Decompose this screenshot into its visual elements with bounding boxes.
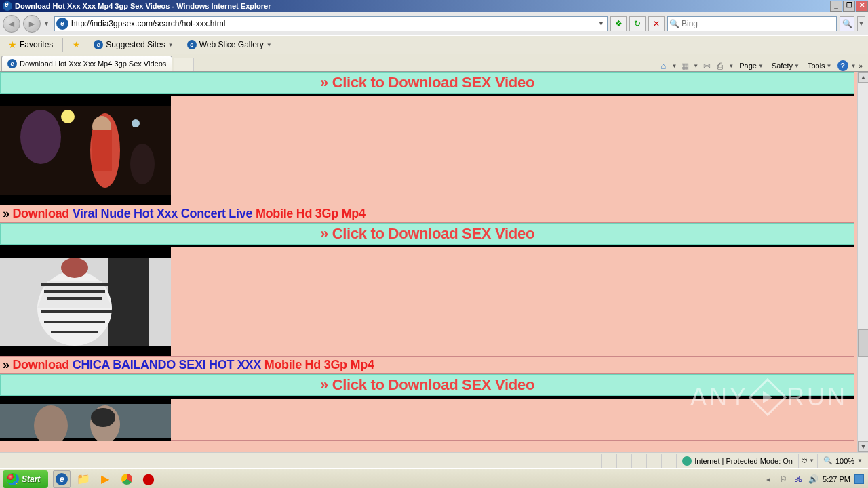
svg-rect-11 xyxy=(108,258,149,346)
taskbar-ie-button[interactable]: e xyxy=(53,470,71,488)
zone-label: Internet | Protected Mode: On xyxy=(694,457,793,465)
ie-logo-icon xyxy=(3,1,12,11)
download-banner-link[interactable]: » Click to Download SEX Video xyxy=(0,72,854,94)
zoom-control[interactable]: 🔍 100% ▼ xyxy=(817,454,868,468)
taskbar-chrome-button[interactable] xyxy=(118,470,136,488)
video-caption-link[interactable]: » Download Viral Nude Hot Xxx Concert Li… xyxy=(0,205,854,223)
address-bar[interactable]: e ▼ xyxy=(54,16,608,31)
video-title: CHICA BAILANDO SEXI HOT XXX xyxy=(73,358,261,371)
security-zone[interactable]: Internet | Protected Mode: On xyxy=(676,454,798,468)
browser-tab[interactable]: e Download Hot Xxx Xxx Mp4 3gp Sex Video… xyxy=(1,56,172,71)
arrow-icon: » xyxy=(3,358,9,371)
chevron-down-icon[interactable]: ▼ xyxy=(671,63,677,69)
taskbar-explorer-button[interactable]: 📁 xyxy=(75,470,92,488)
url-input[interactable] xyxy=(70,18,595,30)
rss-icon[interactable]: ▦ xyxy=(679,60,690,71)
taskbar-app-button[interactable]: ⬤ xyxy=(140,470,157,488)
video-row xyxy=(0,247,854,357)
favorites-label: Favorites xyxy=(20,40,53,49)
chevron-down-icon: ▼ xyxy=(857,458,863,464)
svg-point-18 xyxy=(91,408,115,427)
svg-rect-15 xyxy=(0,404,171,438)
search-provider-dropdown[interactable]: ▼ xyxy=(857,16,865,31)
video-thumbnail[interactable] xyxy=(0,96,171,205)
status-pane xyxy=(646,454,661,468)
maximize-button[interactable]: ❐ xyxy=(843,1,855,12)
back-button[interactable]: ◄ xyxy=(3,15,20,33)
show-desktop-button[interactable] xyxy=(854,474,864,484)
scroll-down-button[interactable]: ▼ xyxy=(858,441,868,452)
vertical-scrollbar[interactable]: ▲ ▼ xyxy=(857,72,868,452)
page-icon: e xyxy=(56,18,68,30)
system-tray: ◂ ⚐ 🖧 🔊 5:27 PM xyxy=(763,474,868,485)
minimize-button[interactable]: _ xyxy=(830,1,842,12)
address-dropdown[interactable]: ▼ xyxy=(595,20,607,27)
mail-icon[interactable]: ✉ xyxy=(701,60,712,71)
svg-point-8 xyxy=(130,144,155,184)
suggested-label: Suggested Sites xyxy=(106,40,165,49)
status-pane xyxy=(661,454,676,468)
search-input[interactable] xyxy=(680,18,836,30)
add-favorite-button[interactable]: ★ xyxy=(68,39,84,51)
ie-icon: e xyxy=(94,40,103,49)
safety-menu[interactable]: Safety▼ xyxy=(769,60,802,71)
play-icon xyxy=(749,378,787,417)
svg-point-6 xyxy=(61,110,75,123)
chevron-down-icon[interactable]: ▼ xyxy=(728,63,734,69)
video-title: Viral Nude Hot Xxx Concert Live xyxy=(73,207,252,220)
tools-menu[interactable]: Tools▼ xyxy=(805,60,835,71)
tab-title: Download Hot Xxx Xxx Mp4 3gp Sex Videos xyxy=(20,60,166,68)
video-thumbnail[interactable] xyxy=(0,399,171,441)
suggested-sites-button[interactable]: e Suggested Sites ▼ xyxy=(90,39,177,51)
status-pane xyxy=(631,454,646,468)
favorites-button[interactable]: ★ Favorites xyxy=(4,38,57,52)
close-button[interactable]: ✕ xyxy=(856,1,868,12)
zoom-icon: 🔍 xyxy=(823,456,833,465)
tray-expand-icon[interactable]: ◂ xyxy=(763,474,774,485)
start-button[interactable]: Start xyxy=(3,470,48,488)
clock[interactable]: 5:27 PM xyxy=(823,475,850,483)
chevron-down-icon: ▼ xyxy=(267,42,272,48)
window-title: Download Hot Xxx Xxx Mp4 3gp Sex Videos … xyxy=(15,2,271,10)
scroll-up-button[interactable]: ▲ xyxy=(858,72,868,83)
new-tab-button[interactable] xyxy=(174,58,194,71)
status-pane xyxy=(616,454,631,468)
web-slice-button[interactable]: e Web Slice Gallery ▼ xyxy=(183,39,276,51)
network-icon[interactable]: 🖧 xyxy=(793,474,804,485)
nav-history-dropdown[interactable]: ▼ xyxy=(43,20,52,27)
watermark: ANY RUN xyxy=(690,383,848,411)
scroll-thumb[interactable] xyxy=(858,329,868,357)
video-thumbnail[interactable] xyxy=(0,247,171,356)
windows-logo-icon xyxy=(7,473,19,485)
page-menu[interactable]: Page▼ xyxy=(736,60,766,71)
chevron-down-icon[interactable]: ▼ xyxy=(693,63,698,69)
watermark-text-b: RUN xyxy=(787,383,848,411)
video-caption-link[interactable]: » Download CHICA BAILANDO SEXI HOT XXX M… xyxy=(0,357,854,374)
flag-icon[interactable]: ⚐ xyxy=(778,474,789,485)
chevron-down-icon: ▼ xyxy=(168,42,174,48)
search-icon: 🔍 xyxy=(668,19,680,28)
stop-button[interactable]: ✕ xyxy=(648,16,665,31)
print-icon[interactable]: ⎙ xyxy=(715,60,726,71)
search-go-button[interactable]: 🔍 xyxy=(840,16,854,31)
taskbar-media-button[interactable]: ▶ xyxy=(96,470,114,488)
video-row xyxy=(0,96,854,205)
download-banner-link[interactable]: » Click to Download SEX Video xyxy=(0,223,854,245)
taskbar: Start e 📁 ▶ ⬤ ◂ ⚐ 🖧 🔊 5:27 PM xyxy=(0,468,868,488)
search-box[interactable]: 🔍 xyxy=(667,16,837,31)
volume-icon[interactable]: 🔊 xyxy=(808,474,818,485)
home-icon[interactable]: ⌂ xyxy=(658,60,669,71)
tab-strip: e Download Hot Xxx Xxx Mp4 3gp Sex Video… xyxy=(0,54,868,72)
status-pane xyxy=(587,454,601,468)
window-titlebar: Download Hot Xxx Xxx Mp4 3gp Sex Videos … xyxy=(0,0,868,12)
forward-button[interactable]: ► xyxy=(23,15,41,33)
svg-rect-5 xyxy=(92,130,112,171)
security-dropdown[interactable]: 🛡 ▼ xyxy=(798,454,817,468)
download-label: Download xyxy=(12,358,69,371)
chevron-down-icon[interactable]: ▼ xyxy=(851,63,856,69)
help-icon[interactable]: ? xyxy=(837,60,848,71)
nav-toolbar: ◄ ► ▼ e ▼ ❖ ↻ ✕ 🔍 🔍 ▼ xyxy=(0,12,868,35)
compat-button[interactable]: ❖ xyxy=(610,16,627,31)
overflow-icon[interactable]: » xyxy=(859,62,863,70)
refresh-button[interactable]: ↻ xyxy=(629,16,646,31)
